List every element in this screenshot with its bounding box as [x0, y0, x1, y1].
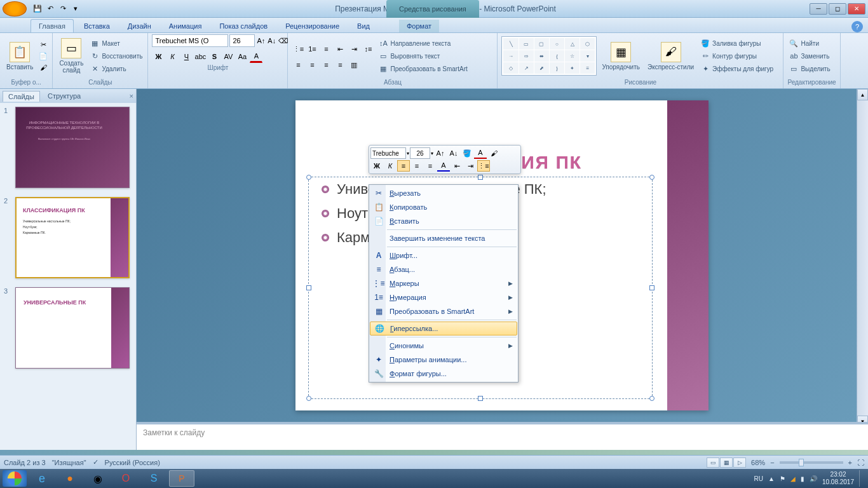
task-powerpoint[interactable]: P — [169, 470, 194, 487]
tray-volume-icon[interactable]: 🔊 — [810, 475, 817, 482]
task-skype[interactable]: S — [141, 470, 166, 487]
start-button[interactable] — [3, 470, 27, 487]
undo-icon[interactable]: ↶ — [44, 3, 56, 15]
cm-paste[interactable]: 📄Вставить — [369, 214, 518, 228]
cm-numbering[interactable]: 1≡Нумерация▶ — [369, 290, 518, 304]
mini-grow-font-icon[interactable]: A↑ — [434, 147, 447, 159]
numbering-icon[interactable]: 1≡ — [306, 43, 318, 55]
strikethrough-icon[interactable]: abc — [194, 50, 207, 63]
mini-align-center-icon[interactable]: ≡ — [410, 160, 423, 172]
mini-bullets-icon[interactable]: ⋮≡ — [477, 160, 490, 172]
mini-font-select[interactable] — [370, 147, 406, 159]
mini-format-painter-icon[interactable]: 🖌 — [487, 147, 500, 159]
thumb-row[interactable]: 2 КЛАССИФИКАЦИЯ ПК Универсальные настоль… — [4, 197, 132, 278]
shape-fill-button[interactable]: 🪣Заливка фигуры — [699, 37, 775, 49]
zoom-out-icon[interactable]: − — [770, 459, 774, 466]
normal-view-icon[interactable]: ▭ — [707, 458, 719, 468]
resize-handle[interactable] — [649, 175, 654, 180]
resize-handle[interactable] — [478, 175, 483, 180]
paste-button[interactable]: 📋 Вставить — [4, 41, 36, 72]
task-chrome[interactable]: ◉ — [85, 470, 111, 487]
redo-icon[interactable]: ↷ — [57, 3, 69, 15]
multilevel-icon[interactable]: ≡ — [320, 43, 332, 55]
tray-action-icon[interactable]: ⚑ — [780, 475, 785, 482]
justify-icon[interactable]: ≡ — [334, 58, 346, 71]
tray-lang[interactable]: RU — [754, 475, 763, 482]
shape-outline-button[interactable]: ✏Контур фигуры — [699, 50, 775, 62]
reset-button[interactable]: ↻Восстановить — [88, 50, 144, 62]
mini-align-right-icon[interactable]: ≡ — [424, 160, 437, 172]
help-icon[interactable]: ? — [851, 21, 863, 32]
italic-icon[interactable]: К — [166, 50, 179, 63]
convert-smartart-button[interactable]: ▦Преобразовать в SmartArt — [377, 63, 468, 74]
arrange-button[interactable]: ▦ Упорядочить — [599, 41, 642, 72]
dec-indent-icon[interactable]: ⇤ — [334, 43, 346, 55]
line-spacing-icon[interactable]: ↕≡ — [362, 43, 374, 55]
cm-copy[interactable]: 📋Копировать — [369, 200, 518, 214]
zoom-slider[interactable] — [780, 461, 843, 464]
underline-icon[interactable]: Ч — [180, 50, 193, 63]
sorter-view-icon[interactable]: ▦ — [720, 458, 733, 468]
resize-handle[interactable] — [306, 285, 311, 290]
cm-synonyms[interactable]: Синонимы▶ — [369, 339, 518, 353]
tab-view[interactable]: Вид — [349, 20, 377, 32]
select-button[interactable]: ▭Выделить — [787, 63, 831, 74]
close-button[interactable]: ✕ — [848, 3, 865, 15]
mini-dec-indent-icon[interactable]: ⇤ — [451, 160, 463, 172]
align-right-icon[interactable]: ≡ — [320, 58, 332, 71]
char-spacing-icon[interactable]: AV — [222, 50, 234, 63]
task-firefox[interactable]: ● — [57, 470, 83, 487]
vertical-scrollbar[interactable]: ▲ ▼ ⏮ ⏭ — [857, 89, 868, 450]
replace-button[interactable]: abЗаменить — [787, 50, 831, 62]
cm-hyperlink[interactable]: 🌐Гиперссылка... — [370, 322, 517, 336]
tab-design[interactable]: Дизайн — [120, 20, 159, 32]
tab-slides[interactable]: Слайды — [3, 91, 40, 102]
cm-font[interactable]: AШрифт... — [369, 248, 518, 262]
zoom-thumb[interactable] — [799, 459, 804, 466]
resize-handle[interactable] — [649, 396, 654, 401]
bold-icon[interactable]: Ж — [152, 50, 165, 63]
tab-home[interactable]: Главная — [31, 19, 74, 32]
shrink-font-icon[interactable]: A↓ — [267, 34, 276, 47]
font-name-select[interactable] — [152, 34, 228, 47]
zoom-percent[interactable]: 68% — [751, 459, 765, 466]
font-size-select[interactable] — [229, 34, 255, 47]
resize-handle[interactable] — [478, 396, 483, 401]
office-button[interactable] — [3, 1, 27, 17]
shadow-icon[interactable]: S — [208, 50, 220, 63]
tray-show-hidden-icon[interactable]: ▲ — [768, 475, 775, 482]
new-slide-button[interactable]: ▭ Создать слайд — [57, 37, 86, 75]
slide-thumb-2[interactable]: КЛАССИФИКАЦИЯ ПК Универсальные настольны… — [15, 197, 130, 278]
qat-dropdown-icon[interactable]: ▾ — [70, 3, 81, 15]
notes-pane[interactable]: Заметки к слайду — [137, 422, 868, 450]
tray-network-icon[interactable]: ▮ — [801, 475, 804, 482]
mini-font-color-icon[interactable]: A — [474, 147, 487, 159]
minimize-button[interactable]: ─ — [810, 3, 827, 15]
resize-handle[interactable] — [649, 285, 654, 290]
slideshow-view-icon[interactable]: ▷ — [733, 458, 746, 468]
fit-window-icon[interactable]: ⛶ — [857, 459, 864, 466]
mini-inc-indent-icon[interactable]: ⇥ — [464, 160, 477, 172]
change-case-icon[interactable]: Aa — [236, 50, 248, 63]
mini-size-select[interactable] — [410, 147, 430, 159]
tab-outline[interactable]: Структура — [43, 91, 86, 101]
columns-icon[interactable]: ▥ — [348, 58, 360, 71]
cm-animation[interactable]: ✦Параметры анимации... — [369, 353, 518, 367]
status-language[interactable]: Русский (Россия) — [105, 459, 160, 466]
tab-slideshow[interactable]: Показ слайдов — [212, 20, 275, 32]
zoom-in-icon[interactable]: + — [848, 459, 852, 466]
task-opera[interactable]: O — [113, 470, 139, 487]
shapes-gallery[interactable]: ╲▭▢○△⬡ →⇨⬌{☆▾ ◇↗⬈}✦≡ — [501, 36, 597, 76]
save-icon[interactable]: 💾 — [32, 3, 43, 15]
delete-button[interactable]: ✕Удалить — [88, 63, 144, 74]
task-ie[interactable]: e — [29, 470, 55, 487]
mini-font-color2-icon[interactable]: A — [437, 160, 450, 172]
format-painter-icon[interactable]: 🖌 — [38, 62, 48, 72]
thumb-row[interactable]: 3 УНИВЕРСАЛЬНЫЕ ПК — [4, 287, 132, 369]
mini-shrink-font-icon[interactable]: A↓ — [447, 147, 460, 159]
cm-end-edit[interactable]: Завершить изменение текста — [369, 231, 518, 245]
tray-clock[interactable]: 23:02 10.08.2017 — [822, 471, 854, 486]
spellcheck-icon[interactable]: ✓ — [93, 458, 98, 466]
tab-insert[interactable]: Вставка — [76, 20, 118, 32]
tab-animation[interactable]: Анимация — [161, 20, 210, 32]
